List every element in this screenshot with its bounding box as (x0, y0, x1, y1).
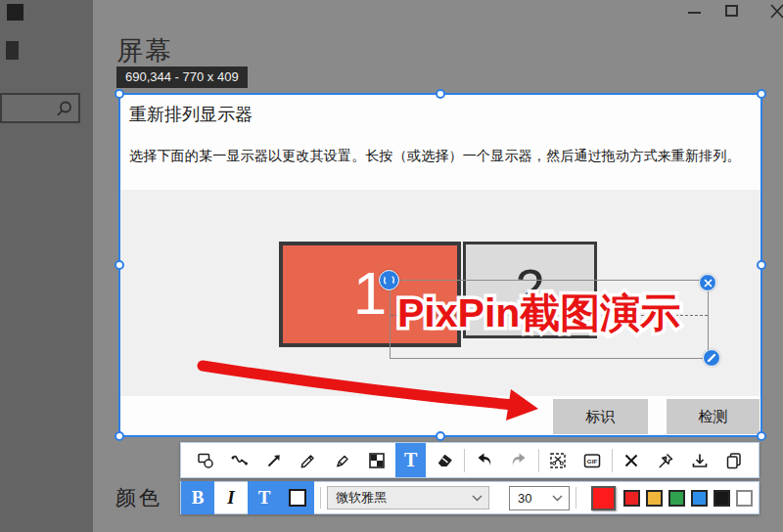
chevron-down-icon (472, 495, 483, 502)
eraser-tool-button[interactable] (430, 444, 460, 476)
selection-handle-top-mid[interactable] (436, 89, 445, 99)
app-icon (7, 4, 23, 21)
polyline-tool-button[interactable] (224, 444, 254, 476)
text-tool-button[interactable]: T (395, 443, 426, 477)
palette-swatch[interactable] (714, 490, 730, 507)
pixpin-toolbar: T GIF (180, 442, 760, 478)
resize-annotation-icon[interactable] (703, 349, 720, 367)
settings-search-input[interactable] (0, 93, 80, 123)
palette-swatch[interactable] (691, 490, 708, 507)
redo-button[interactable] (503, 444, 533, 476)
selection-handle-bottom-right[interactable] (757, 431, 766, 441)
toolbar-separator (612, 449, 613, 472)
toolbar-separator (538, 449, 539, 472)
selected-color-swatch[interactable] (591, 486, 616, 510)
cancel-capture-button[interactable] (617, 444, 647, 476)
section-description: 选择下面的某一显示器以更改其设置。长按（或选择）一个显示器，然后通过拖动方式来重… (129, 148, 741, 165)
section-heading: 重新排列显示器 (129, 103, 253, 126)
color-palette (623, 490, 753, 507)
detect-button[interactable]: 检测 (667, 399, 760, 434)
italic-label: I (227, 487, 234, 509)
font-size-select[interactable]: 30 (509, 486, 570, 510)
screenshot-root: 屏幕 690,344 - 770 x 409 重新排列显示器 选择下面的某一显示… (0, 0, 783, 532)
text-tool-label: T (404, 449, 417, 471)
annotation-text[interactable]: PixPin截图演示 PixPin截图演示 (397, 287, 720, 345)
rotate-handle-icon[interactable] (379, 270, 399, 290)
annotation-text-fill: PixPin截图演示 (397, 287, 680, 340)
page-title: 屏幕 (116, 33, 173, 68)
font-family-select[interactable]: 微软雅黑 (327, 486, 489, 510)
minimize-button[interactable] (688, 12, 701, 14)
capture-selection-region[interactable]: 重新排列显示器 选择下面的某一显示器以更改其设置。长按（或选择）一个显示器，然后… (118, 93, 762, 437)
toolbar-separator (464, 449, 465, 472)
pixpin-format-bar: B I T 微软雅黑 30 (180, 481, 760, 514)
format-separator (320, 487, 321, 509)
arrow-tool-button[interactable] (258, 444, 289, 476)
selection-handle-bottom-left[interactable] (115, 431, 124, 441)
palette-swatch[interactable] (736, 490, 753, 507)
pin-to-screen-button[interactable] (651, 444, 681, 476)
bold-label: B (192, 487, 205, 509)
search-icon (55, 100, 73, 118)
selection-size-tooltip: 690,344 - 770 x 409 (116, 66, 248, 88)
stroke-label: T (258, 487, 271, 509)
cut-region-button[interactable] (543, 444, 574, 476)
stroke-color-cell[interactable] (281, 481, 314, 514)
shape-tool-button[interactable] (190, 444, 220, 476)
save-button[interactable] (685, 444, 715, 476)
color-section-label: 颜色 (115, 484, 162, 511)
mosaic-tool-button[interactable] (361, 444, 392, 476)
bold-toggle[interactable]: B (181, 481, 214, 514)
undo-button[interactable] (469, 444, 499, 476)
palette-swatch[interactable] (646, 490, 663, 507)
format-separator (576, 487, 576, 509)
palette-swatch[interactable] (623, 490, 640, 507)
selection-handle-left-mid[interactable] (115, 260, 124, 270)
back-icon (6, 41, 19, 60)
palette-swatch[interactable] (668, 490, 685, 507)
selection-handle-top-left[interactable] (115, 89, 124, 99)
font-name: 微软雅黑 (336, 489, 387, 507)
maximize-button[interactable] (725, 5, 738, 17)
selection-handle-top-right[interactable] (757, 89, 766, 99)
settings-sidebar (0, 0, 93, 532)
close-window-button[interactable] (769, 4, 783, 20)
identify-button[interactable]: 标识 (553, 399, 648, 434)
italic-toggle[interactable]: I (214, 481, 248, 514)
delete-annotation-icon[interactable] (699, 274, 716, 291)
font-size-value: 30 (518, 491, 531, 506)
stroke-color-swatch[interactable] (289, 489, 306, 507)
chevron-down-icon (552, 495, 563, 502)
selection-handle-right-mid[interactable] (757, 260, 766, 270)
pencil-tool-button[interactable] (293, 444, 323, 476)
selection-handle-bottom-mid[interactable] (436, 431, 445, 441)
highlighter-tool-button[interactable] (327, 444, 357, 476)
text-stroke-toggle[interactable]: T (248, 481, 281, 514)
gif-label: GIF (587, 457, 598, 464)
copy-button[interactable] (719, 444, 750, 476)
gif-record-button[interactable]: GIF (577, 444, 608, 476)
